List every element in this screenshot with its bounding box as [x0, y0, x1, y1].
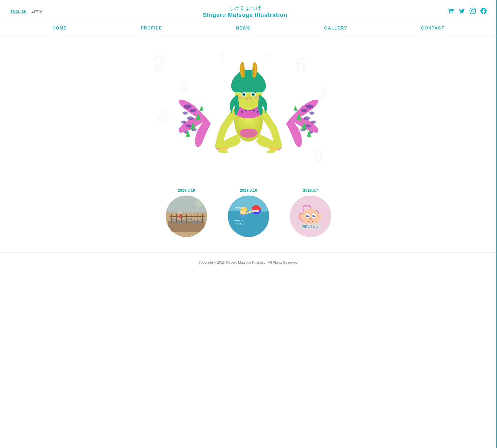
footer: Copyright © 2019 Shigeru Matsuge Illustr…: [0, 252, 497, 272]
svg-point-83: [318, 214, 322, 219]
svg-point-50: [267, 151, 272, 153]
svg-point-19: [301, 109, 307, 112]
japanese-lang-button[interactable]: 日本語: [32, 9, 42, 14]
svg-rect-59: [202, 214, 203, 223]
twitter-icon[interactable]: [459, 8, 465, 16]
svg-point-78: [312, 215, 315, 217]
svg-text:4: 4: [158, 105, 170, 128]
nav-contact[interactable]: CONTACT: [421, 26, 444, 31]
character-svg: [173, 41, 324, 175]
gallery-thumb-1[interactable]: [166, 196, 207, 237]
language-switcher: ENGLISH | 日本語: [10, 9, 42, 14]
svg-point-42: [247, 125, 250, 127]
copyright-text: Copyright © 2019 Shigeru Matsuge Illustr…: [199, 260, 299, 264]
lang-divider: |: [28, 10, 30, 14]
english-lang-button[interactable]: ENGLISH: [10, 10, 26, 14]
svg-point-10: [184, 104, 192, 109]
instagram-icon[interactable]: [470, 8, 476, 16]
svg-point-12: [182, 111, 188, 115]
nav-home[interactable]: HOME: [53, 26, 67, 31]
svg-rect-64: [166, 196, 207, 212]
svg-point-79: [308, 215, 309, 216]
svg-point-27: [241, 111, 243, 113]
svg-point-39: [252, 94, 254, 95]
svg-text:2: 2: [153, 51, 166, 77]
svg-rect-62: [179, 214, 181, 218]
svg-point-81: [309, 218, 312, 220]
svg-point-80: [314, 215, 315, 216]
svg-point-21: [304, 116, 310, 120]
svg-point-13: [187, 116, 193, 120]
svg-text:2019.5.16: 2019.5.16: [236, 223, 244, 225]
twitter-svg: [459, 8, 465, 14]
svg-point-11: [190, 109, 196, 112]
nav-gallery[interactable]: GALLERY: [324, 26, 347, 31]
top-bar: ENGLISH | 日本語 しげるまつげ Shigeru Matsuge Ill…: [0, 0, 497, 21]
svg-rect-58: [197, 214, 198, 223]
svg-point-77: [306, 215, 309, 217]
thumb-svg-1: [166, 196, 207, 237]
gallery-item-3[interactable]: 2019.5.7: [290, 188, 331, 237]
svg-rect-60: [170, 216, 204, 217]
svg-point-36: [243, 94, 245, 95]
nav-news[interactable]: NEWS: [236, 26, 250, 31]
svg-rect-69: [239, 214, 247, 216]
cart-icon[interactable]: [448, 8, 454, 16]
svg-rect-57: [192, 214, 192, 223]
site-title-english: Shigeru Matsuge Illustration: [42, 12, 448, 18]
thumb-svg-2: Nishino Beach Cl 2019.5.16: [228, 196, 269, 237]
svg-point-46: [270, 147, 277, 150]
svg-text:更新しました: 更新しました: [302, 225, 318, 228]
svg-rect-54: [176, 214, 177, 223]
hero-illustration: 2 3 4 5 6 7 8 9 1 0: [173, 41, 324, 175]
facebook-icon[interactable]: [480, 8, 487, 16]
gallery-section: 2019.5.19: [0, 183, 497, 252]
hero-section: 2 3 4 5 6 7 8 9 1 0: [0, 35, 497, 183]
svg-point-22: [311, 121, 316, 124]
svg-rect-66: [228, 211, 269, 237]
svg-rect-53: [171, 214, 172, 223]
gallery-date-1: 2019.5.19: [178, 188, 195, 192]
svg-rect-56: [186, 214, 187, 223]
instagram-svg: [470, 8, 476, 14]
svg-point-15: [186, 124, 192, 128]
svg-rect-55: [181, 214, 182, 223]
svg-point-14: [181, 121, 186, 124]
gallery-date-3: 2019.5.7: [303, 188, 318, 192]
main-nav: HOME PROFILE NEWS GALLERY CONTACT: [0, 21, 497, 35]
site-title-block: しげるまつげ Shigeru Matsuge Illustration: [42, 5, 448, 18]
gallery-thumb-3[interactable]: 更新しました: [290, 196, 331, 237]
facebook-svg: [480, 8, 487, 14]
gallery-date-2: 2019.5.16: [240, 188, 257, 192]
social-icons: [448, 8, 487, 16]
svg-point-20: [309, 111, 315, 115]
svg-point-31: [257, 111, 259, 113]
svg-point-23: [305, 124, 311, 128]
gallery-item-1[interactable]: 2019.5.19: [166, 188, 207, 237]
svg-rect-52: [168, 221, 204, 232]
nav-profile[interactable]: PROFILE: [141, 26, 162, 31]
gallery-thumb-2[interactable]: Nishino Beach Cl 2019.5.16: [228, 196, 269, 237]
svg-point-40: [238, 96, 243, 99]
svg-point-48: [223, 151, 228, 153]
svg-point-30: [253, 109, 255, 111]
svg-point-41: [254, 96, 259, 99]
svg-point-18: [305, 104, 313, 109]
svg-text:Beach Cl: Beach Cl: [234, 220, 243, 222]
thumb-svg-3: 更新しました: [290, 196, 331, 237]
svg-text:Nishino: Nishino: [236, 206, 244, 209]
cart-svg: [448, 8, 454, 14]
svg-point-82: [299, 214, 304, 219]
site-title-japanese: しげるまつげ: [42, 5, 448, 12]
gallery-item-2[interactable]: 2019.5.16 Nishino B: [228, 188, 269, 237]
svg-point-45: [220, 147, 227, 150]
